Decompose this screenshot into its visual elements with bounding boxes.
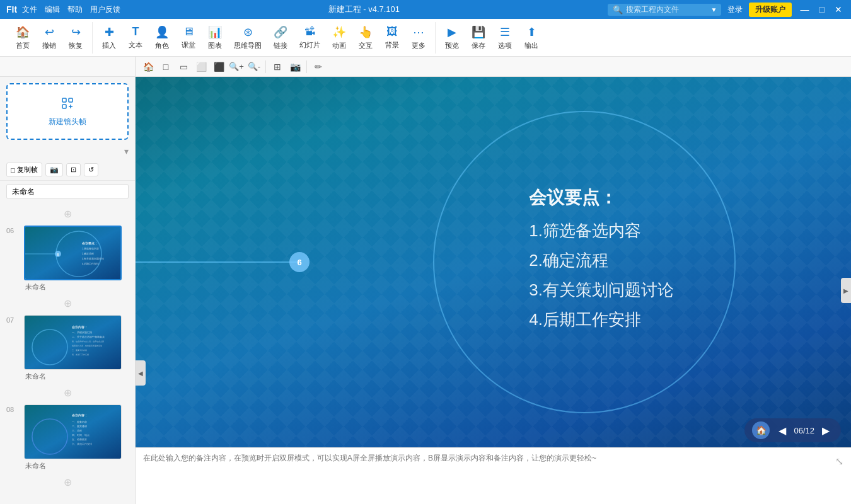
zoom-out-btn[interactable]: 🔍-: [246, 59, 262, 74]
svg-text:场景设计人员，也有嘉宾所需的活动: 场景设计人员，也有嘉宾所需的活动: [71, 345, 102, 347]
right-expand-btn[interactable]: ▶: [841, 278, 851, 303]
zoom-in-btn[interactable]: 🔍+: [229, 59, 244, 74]
slide-separator-bot: ⊕: [0, 474, 135, 491]
slide-item-06[interactable]: 06: [0, 222, 135, 295]
frame-name-input[interactable]: [6, 184, 129, 199]
toolbar-home[interactable]: 🏠 首页: [10, 22, 35, 54]
slide-06-wrap: 6 会议要点： 1.筛选备选内容 2.确定流程 3.有关策划问题讨论 4.后期工…: [24, 226, 129, 292]
chart-icon: 📊: [208, 25, 222, 39]
close-button[interactable]: ✕: [832, 4, 845, 14]
notes-expand-btn[interactable]: ⤡: [835, 455, 843, 467]
toolbar-class[interactable]: 🖥 课堂: [176, 22, 201, 53]
slide-name-08: 未命名: [24, 461, 129, 471]
upgrade-button[interactable]: 升级账户: [749, 3, 792, 17]
toolbar-mindmap[interactable]: ⊛ 思维导图: [229, 22, 267, 54]
toolbar-text[interactable]: T 文本: [123, 22, 148, 53]
expand-icon[interactable]: ▾: [124, 146, 129, 156]
bullet-2: 2.确定流程: [529, 249, 674, 272]
slide-item-08[interactable]: 08: [0, 401, 135, 474]
notes-input[interactable]: [143, 453, 830, 491]
hist-icon: ↺: [88, 166, 94, 174]
save-label: 保存: [472, 41, 485, 50]
export-icon: ⬆: [527, 25, 536, 39]
shape-rect-btn[interactable]: □: [158, 59, 173, 74]
login-button[interactable]: 登录: [727, 4, 743, 15]
search-bar[interactable]: 🔍 ▼: [608, 4, 721, 16]
menu-help[interactable]: 帮助: [67, 4, 83, 15]
toolbar-slide[interactable]: 📽 幻灯片: [294, 22, 325, 53]
insert-label: 插入: [102, 41, 116, 50]
slide-line: [136, 261, 299, 263]
toolbar-bg[interactable]: 🖼 背景: [379, 22, 405, 53]
shape-rect2-btn[interactable]: ▭: [176, 59, 191, 74]
preview-icon: ▶: [448, 25, 456, 39]
search-input[interactable]: [626, 5, 708, 14]
slide-num-08: 08: [6, 404, 19, 413]
select-btn[interactable]: ⊡: [66, 163, 81, 176]
svg-text:需、包含所有与会人员，也应包含主要: 需、包含所有与会人员，也应包含主要: [72, 340, 104, 343]
menu-file[interactable]: 文件: [22, 4, 37, 15]
pen-btn[interactable]: ✏: [311, 59, 326, 74]
undo-label: 撤销: [42, 41, 56, 50]
toolbar-redo[interactable]: ↪ 恢复: [63, 22, 88, 54]
copy-frame-button[interactable]: □ 复制帧: [6, 163, 42, 177]
toolbar-options[interactable]: ☰ 选项: [492, 22, 518, 54]
interact-label: 交互: [359, 41, 373, 50]
menu-feedback[interactable]: 用户反馈: [90, 4, 120, 15]
toolbar-preview[interactable]: ▶ 预览: [439, 22, 465, 54]
toolbar-export[interactable]: ⬆ 输出: [519, 22, 544, 54]
toolbar-interact[interactable]: 👆 交互: [353, 22, 378, 54]
svg-text:1.筛选备选内容: 1.筛选备选内容: [82, 247, 99, 250]
separator-icon-mid2[interactable]: ⊕: [64, 387, 72, 399]
svg-text:会议内容：: 会议内容：: [72, 413, 88, 417]
options-icon: ☰: [500, 25, 510, 39]
slide-dot: 6: [289, 252, 310, 272]
divider2: [306, 60, 307, 73]
slide-item-07[interactable]: 07: [0, 312, 135, 384]
toolbar-chart[interactable]: 📊 图表: [202, 22, 228, 54]
shape-rounded-btn[interactable]: ⬜: [194, 59, 209, 74]
svg-rect-1: [69, 98, 72, 102]
toolbar-undo[interactable]: ↩ 撤销: [37, 22, 62, 54]
slide-canvas: 6 会议要点： 1.筛选备选内容 2.确定流程 3.有关策划问题讨论 4.后期工…: [136, 77, 851, 447]
copy-label: 复制帧: [17, 165, 38, 175]
more-icon: ⋯: [413, 25, 424, 39]
menu-edit[interactable]: 编辑: [45, 4, 60, 15]
title-bar-left: FIt 文件 编辑 帮助 用户反馈: [6, 4, 120, 15]
toolbar-anim[interactable]: ✨ 动画: [327, 22, 352, 54]
search-dropdown-icon[interactable]: ▼: [711, 6, 717, 13]
slide-home-nav-btn[interactable]: 🏠: [752, 421, 770, 439]
toolbar-save[interactable]: 💾 保存: [466, 22, 491, 54]
svg-text:三、流程: 三、流程: [72, 429, 82, 432]
home-icon: 🏠: [16, 25, 30, 39]
screenshot-btn[interactable]: 📷: [45, 163, 63, 176]
restore-button[interactable]: □: [817, 4, 827, 14]
options-label: 选项: [498, 41, 512, 50]
new-frame-button[interactable]: 新建镜头帧: [6, 83, 129, 140]
shape-home-btn[interactable]: 🏠: [141, 59, 156, 74]
slide-thumb-07[interactable]: 会议内容： 一、关键议题汇报 二、关于此次活动中邀请嘉宾 需、包含所有与会人员，…: [24, 315, 122, 370]
camera-btn[interactable]: 📷: [287, 59, 303, 74]
separator-icon-mid1[interactable]: ⊕: [64, 297, 72, 309]
history-btn[interactable]: ↺: [84, 163, 98, 176]
toolbar-more[interactable]: ⋯ 更多: [406, 22, 431, 54]
sidebar-collapse-btn[interactable]: ◀: [136, 360, 146, 386]
slide-next-btn[interactable]: ▶: [818, 425, 833, 437]
separator-icon[interactable]: ⊕: [64, 208, 72, 220]
minimize-button[interactable]: —: [798, 4, 812, 14]
separator-icon-bot[interactable]: ⊕: [64, 476, 72, 488]
slide-thumb-06[interactable]: 6 会议要点： 1.筛选备选内容 2.确定流程 3.有关策划问题讨论 4.后期工…: [24, 226, 122, 280]
slide-prev-btn[interactable]: ◀: [775, 425, 790, 437]
slide-thumb-08[interactable]: 会议内容： 一、提案内容 二、嘉宾邀请 三、流程 四、时间、地点 五、经费预算 …: [24, 404, 122, 459]
left-sidebar: 新建镜头帧 ▾ □ 复制帧 📷 ⊡ ↺ ⊕: [0, 77, 136, 504]
toolbar-insert[interactable]: ✚ 插入: [96, 22, 122, 54]
toolbar-role[interactable]: 👤 角色: [149, 22, 175, 54]
sub-toolbar: 🏠 □ ▭ ⬜ ⬛ 🔍+ 🔍- ⊞ 📷 ✏: [0, 57, 851, 77]
slides-list: ⊕ 06: [0, 202, 135, 504]
home-label: 首页: [16, 41, 30, 50]
grid-btn[interactable]: ⊞: [270, 59, 285, 74]
slide-main-title: 会议要点：: [529, 186, 674, 210]
nav-group: 🏠 首页 ↩ 撤销 ↪ 恢复: [6, 22, 93, 54]
toolbar-link[interactable]: 🔗 链接: [268, 22, 293, 54]
shape-shadow-btn[interactable]: ⬛: [211, 59, 226, 74]
